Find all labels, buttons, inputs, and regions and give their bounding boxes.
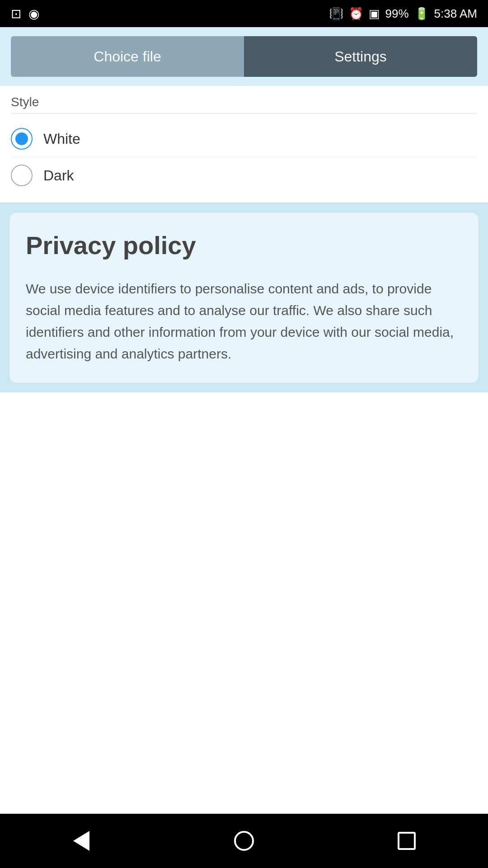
home-icon [234,831,254,851]
main-scroll: Privacy policy We use device identifiers… [0,203,488,392]
nav-bar [0,814,488,868]
status-left-icons: ⊡ ◉ [11,6,39,21]
vibrate-icon: 📳 [329,7,343,21]
nav-recents-button[interactable] [393,827,420,854]
photo-icon: ⊡ [11,6,21,21]
radio-option-white[interactable]: White [11,121,477,157]
nav-back-button[interactable] [68,827,95,854]
battery-icon: 🔋 [414,7,429,21]
privacy-policy-title: Privacy policy [26,231,462,260]
radio-circle-white [11,128,33,150]
radio-circle-dark [11,165,33,186]
radio-option-dark[interactable]: Dark [11,157,477,193]
radio-label-white: White [43,131,80,147]
back-icon [73,831,89,851]
alarm-icon: ⏰ [349,7,363,21]
style-label: Style [11,95,477,113]
radio-label-dark: Dark [43,167,74,184]
tab-choice-file[interactable]: Choice file [11,36,244,77]
tab-bar: Choice file Settings [0,27,488,86]
nav-home-button[interactable] [230,827,258,854]
privacy-policy-body: We use device identifiers to personalise… [26,278,462,365]
style-section: Style White Dark [0,86,488,203]
status-bar: ⊡ ◉ 📳 ⏰ ▣ 99% 🔋 5:38 AM [0,0,488,27]
tab-settings[interactable]: Settings [244,36,477,77]
status-right-info: 📳 ⏰ ▣ 99% 🔋 5:38 AM [329,7,477,21]
time-display: 5:38 AM [434,7,477,21]
camera-icon: ◉ [28,6,39,21]
signal-icon: ▣ [369,7,380,21]
battery-percent: 99% [385,7,409,21]
recents-icon [398,832,416,850]
app-container: Choice file Settings Style White Dark Pr… [0,27,488,814]
content-area: Style White Dark Privacy policy We use d… [0,86,488,814]
privacy-policy-card: Privacy policy We use device identifiers… [9,212,479,383]
